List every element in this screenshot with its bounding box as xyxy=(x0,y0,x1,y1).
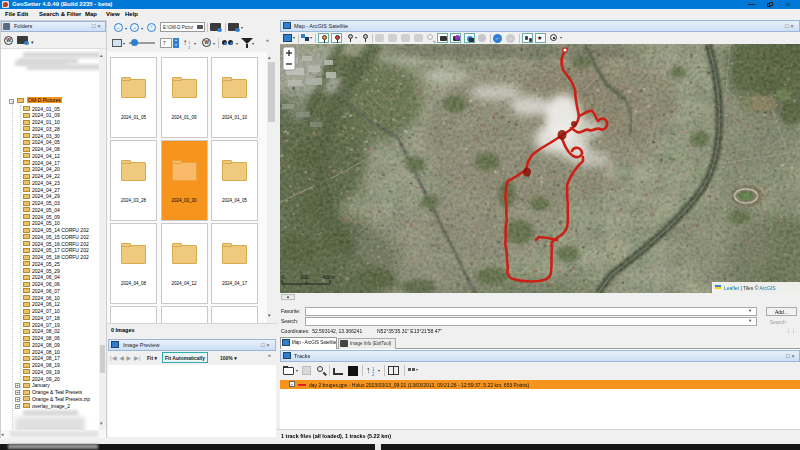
svg-text:Leaflet | Tiles © ArcGIS: Leaflet | Tiles © ArcGIS xyxy=(724,285,776,291)
svg-text:200: 200 xyxy=(301,275,309,280)
svg-text:400 m: 400 m xyxy=(323,275,336,280)
